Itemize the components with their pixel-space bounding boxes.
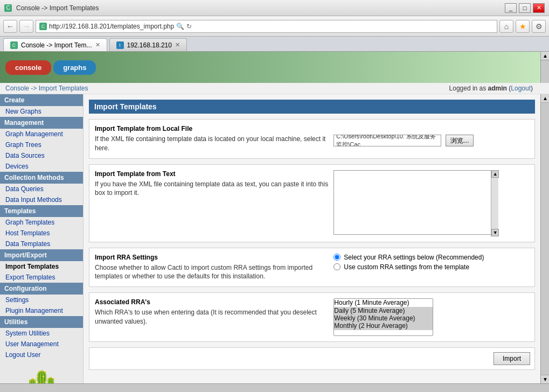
settings-button[interactable]: ⚙ (532, 20, 546, 33)
sidebar-item-settings[interactable]: Settings (0, 295, 83, 305)
textarea-scroll-down[interactable]: ▼ (491, 229, 499, 236)
textarea-scroll-track (491, 178, 498, 229)
sidebar-section-templates[interactable]: Templates (0, 205, 83, 217)
scroll-up-icon[interactable]: ▲ (541, 52, 549, 60)
home-button[interactable]: ⌂ (499, 20, 513, 33)
tab-favicon-active: C (10, 41, 18, 49)
rra-option-monthly[interactable]: Monthly (2 Hour Average) (334, 322, 433, 330)
window-controls: _ □ ✕ (505, 3, 545, 13)
forward-button[interactable]: → (19, 20, 33, 33)
text-import-textarea[interactable] (333, 170, 498, 235)
sidebar-item-data-sources[interactable]: Data Sources (0, 150, 83, 161)
tab-close-active[interactable]: ✕ (95, 41, 100, 48)
section-from-text: Import Template from Text If you have th… (89, 164, 535, 242)
browser-tab-2[interactable]: I 192.168.18.210 ✕ (109, 38, 187, 51)
rra-option-weekly[interactable]: Weekly (30 Minute Average) (334, 314, 433, 322)
sidebar-item-host-templates[interactable]: Host Templates (0, 228, 83, 239)
sidebar-item-graph-templates[interactable]: Graph Templates (0, 217, 83, 228)
maximize-button[interactable]: □ (519, 3, 531, 13)
rra-listbox-wrapper: Hourly (1 Minute Average) Daily (5 Minut… (333, 298, 433, 336)
import-button[interactable]: Import (494, 352, 530, 365)
import-btn-container: Import (94, 352, 530, 365)
back-button[interactable]: ← (3, 20, 17, 33)
sidebar-item-system-utilities[interactable]: System Utilities (0, 328, 83, 339)
tab-close-2[interactable]: ✕ (175, 41, 180, 48)
assoc-rra-title: Associated RRA's (95, 298, 328, 306)
rra-listbox[interactable]: Hourly (1 Minute Average) Daily (5 Minut… (333, 298, 433, 336)
minimize-button[interactable]: _ (505, 3, 517, 13)
sidebar-section-create[interactable]: Create (0, 94, 83, 106)
favicon-icon: C (39, 23, 47, 30)
local-file-desc: If the XML file containing template data… (95, 135, 328, 153)
sidebar-item-data-queries[interactable]: Data Queries (0, 184, 83, 194)
sidebar-item-user-management[interactable]: User Management (0, 339, 83, 349)
sidebar-item-data-input-methods[interactable]: Data Input Methods (0, 194, 83, 205)
sidebar-item-graph-trees[interactable]: Graph Trees (0, 139, 83, 150)
cactus-icon: 🌵 (22, 368, 62, 384)
tab-icon: C (4, 4, 12, 12)
sidebar-item-import-templates[interactable]: Import Templates (0, 261, 83, 272)
app-wrapper: console graphs ▲ Console -> Import Templ… (0, 52, 549, 392)
local-file-table: Import Template from Local File If the X… (95, 125, 529, 153)
rra-radio-group: Select your RRA settings below (Recommen… (333, 254, 529, 271)
rra-settings-desc: Choose whether to allow Cacti to import … (95, 263, 328, 282)
browser-tab-active[interactable]: C Console -> Import Tem... ✕ (3, 38, 107, 51)
rra-settings-table: Import RRA Settings Choose whether to al… (95, 254, 529, 282)
rra-option-daily[interactable]: Daily (5 Minute Average) (334, 307, 433, 314)
logout-link[interactable]: Logout (511, 85, 531, 92)
tab-favicon-2: I (116, 41, 124, 49)
sidebar-item-data-templates[interactable]: Data Templates (0, 239, 83, 249)
assoc-rra-table: Associated RRA's Which RRA's to use when… (95, 298, 529, 336)
section-local-file: Import Template from Local File If the X… (89, 119, 535, 159)
sidebar-item-plugin-management[interactable]: Plugin Management (0, 305, 83, 316)
search-icon[interactable]: 🔍 (176, 23, 184, 30)
app-header: console graphs ▲ (0, 52, 549, 83)
graphs-nav-button[interactable]: graphs (53, 60, 96, 75)
sidebar-item-devices[interactable]: Devices (0, 161, 83, 172)
cactus-logo: 🌵 (0, 360, 83, 383)
tab-label-2: 192.168.18.210 (127, 41, 172, 49)
address-bar[interactable]: C http://192.168.18.201/templates_import… (36, 20, 497, 33)
sidebar-item-export-templates[interactable]: Export Templates (0, 272, 83, 283)
breadcrumb: Console -> Import Templates (5, 85, 88, 92)
bottom-scrollbar (0, 383, 549, 392)
rra-radio-custom[interactable]: Use custom RRA settings from the templat… (333, 263, 529, 271)
assoc-rra-desc: Which RRA's to use when entering data (I… (95, 308, 328, 326)
page-title: Import Templates (89, 100, 535, 114)
close-button[interactable]: ✕ (533, 3, 545, 13)
sidebar-item-graph-management[interactable]: Graph Management (0, 129, 83, 139)
rra-option-hourly[interactable]: Hourly (1 Minute Average) (334, 299, 433, 306)
sidebar-section-utilities[interactable]: Utilities (0, 316, 83, 328)
sidebar-section-collection-methods[interactable]: Collection Methods (0, 172, 83, 184)
section-rra-settings: Import RRA Settings Choose whether to al… (89, 248, 535, 288)
rra-radio-custom-input[interactable] (333, 263, 340, 270)
sidebar-item-new-graphs[interactable]: New Graphs (0, 106, 83, 117)
browser-window: C Console -> Import Templates _ □ ✕ ← → … (0, 0, 549, 52)
console-nav-button[interactable]: console (5, 60, 51, 75)
scroll-track (541, 103, 549, 375)
textarea-scroll-up[interactable]: ▲ (491, 170, 499, 178)
tabs-bar: C Console -> Import Tem... ✕ I 192.168.1… (0, 37, 549, 52)
rra-radio-recommended-input[interactable] (333, 254, 340, 261)
rra-radio-recommended-label: Select your RRA settings below (Recommen… (344, 254, 484, 261)
sidebar-item-logout-user[interactable]: Logout User (0, 349, 83, 360)
from-text-desc: If you have the XML file containing temp… (95, 180, 328, 198)
sidebar-section-management[interactable]: Management (0, 117, 83, 129)
favorites-button[interactable]: ★ (516, 20, 530, 33)
app-nav-buttons: console graphs (5, 60, 96, 75)
header-scrollbar: ▲ (540, 52, 549, 83)
from-text-title: Import Template from Text (95, 170, 328, 178)
scroll-up-button[interactable]: ▲ (541, 94, 549, 103)
file-path-text: C:\Users\root\Desktop\10. 系统及服务监控\Cac (336, 135, 439, 146)
right-scrollbar: ▲ ▼ (540, 94, 549, 383)
rra-radio-recommended[interactable]: Select your RRA settings below (Recommen… (333, 254, 529, 261)
section-associated-rra: Associated RRA's Which RRA's to use when… (89, 292, 535, 342)
sidebar-section-import-export[interactable]: Import/Export (0, 249, 83, 261)
textarea-wrapper: ▲ ▼ (333, 170, 498, 236)
refresh-icon[interactable]: ↻ (186, 23, 192, 30)
scroll-down-button[interactable]: ▼ (541, 375, 549, 383)
browse-button[interactable]: 浏览... (446, 135, 474, 146)
logged-in-user: admin (488, 85, 507, 92)
rra-settings-title: Import RRA Settings (95, 254, 328, 261)
sidebar-section-configuration[interactable]: Configuration (0, 283, 83, 295)
